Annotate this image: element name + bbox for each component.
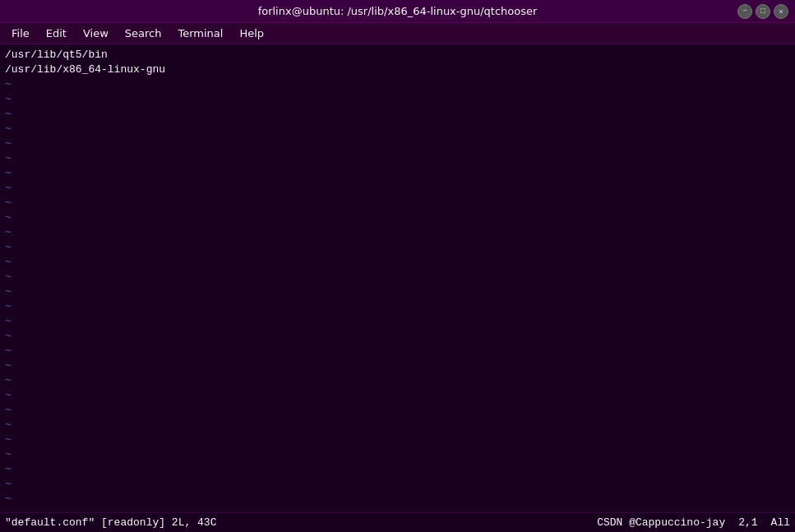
tilde-line: ~ [5, 255, 790, 270]
tilde-line: ~ [5, 225, 790, 240]
menu-bar: File Edit View Search Terminal Help [0, 23, 795, 44]
tilde-line: ~ [5, 196, 790, 210]
tilde-line: ~ [5, 403, 790, 418]
menu-edit[interactable]: Edit [38, 25, 75, 41]
status-right: CSDN @Cappuccino-jay 2,1 All [597, 516, 790, 529]
maximize-button[interactable]: □ [756, 4, 770, 19]
minimize-button[interactable]: − [737, 4, 752, 19]
tilde-line: ~ [5, 166, 790, 181]
tilde-line: ~ [5, 122, 790, 136]
tilde-line: ~ [5, 299, 790, 314]
tilde-line: ~ [5, 181, 790, 196]
tilde-line: ~ [5, 418, 790, 433]
tilde-line: ~ [5, 151, 790, 166]
status-position: 2,1 [738, 516, 757, 529]
window-controls: − □ ✕ [737, 4, 788, 19]
tilde-line: ~ [5, 492, 790, 507]
tilde-line: ~ [5, 388, 790, 403]
terminal-line: /usr/lib/x86_64-linux-gnu [5, 62, 790, 77]
terminal-content[interactable]: /usr/lib/qt5/bin/usr/lib/x86_64-linux-gn… [0, 44, 795, 512]
tilde-line: ~ [5, 329, 790, 344]
tilde-line: ~ [5, 285, 790, 299]
window-title: forlinx@ubuntu: /usr/lib/x86_64-linux-gn… [258, 5, 538, 17]
tilde-line: ~ [5, 344, 790, 359]
status-scroll: All [771, 516, 790, 529]
tilde-line: ~ [5, 92, 790, 107]
tilde-line: ~ [5, 240, 790, 255]
menu-terminal[interactable]: Terminal [169, 25, 231, 41]
tilde-line: ~ [5, 314, 790, 329]
tilde-line: ~ [5, 136, 790, 151]
menu-help[interactable]: Help [231, 25, 272, 41]
status-file-info: "default.conf" [readonly] 2L, 43C [5, 516, 216, 529]
tilde-line: ~ [5, 210, 790, 225]
title-bar: forlinx@ubuntu: /usr/lib/x86_64-linux-gn… [0, 0, 795, 23]
terminal-line: /usr/lib/qt5/bin [5, 48, 790, 62]
tilde-line: ~ [5, 447, 790, 462]
menu-file[interactable]: File [3, 25, 38, 41]
close-button[interactable]: ✕ [774, 4, 788, 19]
tilde-line: ~ [5, 270, 790, 285]
tilde-line: ~ [5, 462, 790, 477]
tilde-line: ~ [5, 477, 790, 492]
tilde-line: ~ [5, 433, 790, 447]
status-bar: "default.conf" [readonly] 2L, 43C CSDN @… [0, 512, 795, 532]
tilde-line: ~ [5, 77, 790, 92]
tilde-line: ~ [5, 359, 790, 373]
tilde-line: ~ [5, 107, 790, 122]
tilde-line: ~ [5, 373, 790, 388]
status-watermark: CSDN @Cappuccino-jay [597, 516, 725, 529]
menu-view[interactable]: View [75, 25, 117, 41]
menu-search[interactable]: Search [117, 25, 170, 41]
tilde-line: ~ [5, 507, 790, 512]
